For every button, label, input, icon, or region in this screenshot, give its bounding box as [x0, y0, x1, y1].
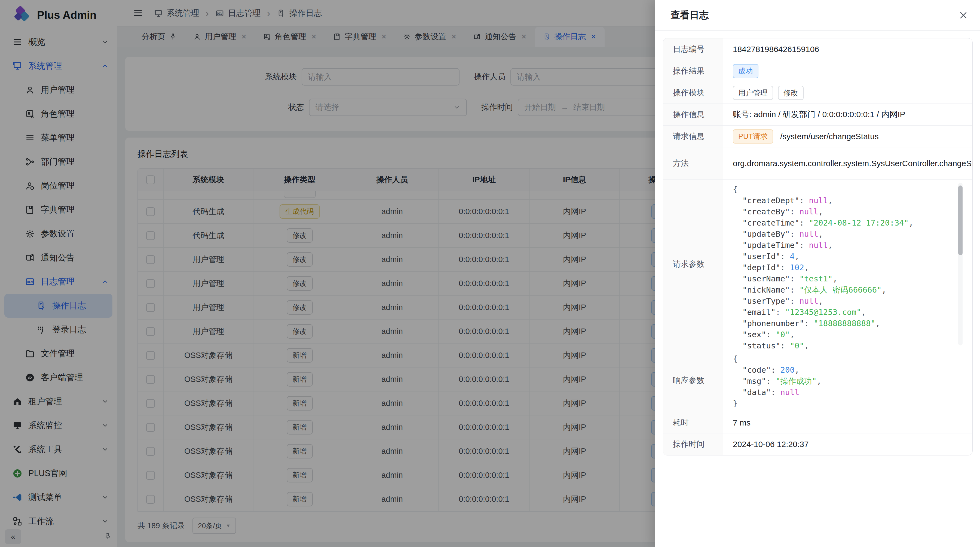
detail-row-module: 操作模块 用户管理修改 [663, 82, 972, 104]
log-detail-drawer: 查看日志 日志编号 1842781986426159106 操作结果 成功 操作… [655, 0, 980, 547]
detail-label: 操作时间 [663, 434, 723, 455]
log-detail-table: 日志编号 1842781986426159106 操作结果 成功 操作模块 用户… [663, 38, 973, 456]
detail-label: 请求信息 [663, 126, 723, 147]
detail-row-response-params: 响应参数 { "code": 200, "msg": "操作成功", "data… [663, 349, 972, 412]
detail-label: 操作模块 [663, 82, 723, 104]
detail-row-info: 操作信息 账号: admin / 研发部门 / 0:0:0:0:0:0:0:1 … [663, 104, 972, 126]
detail-row-cost: 耗时 7 ms [663, 412, 972, 434]
log-id-value: 1842781986426159106 [723, 38, 972, 60]
detail-row-request-params: 请求参数 { "createDept": null, "createBy": n… [663, 180, 972, 349]
indent-guide [736, 365, 737, 396]
modal-overlay[interactable] [0, 0, 655, 547]
drawer-header: 查看日志 [655, 0, 980, 30]
request-url: /system/user/changeStatus [780, 132, 879, 141]
request-params-json: { "createDept": null, "createBy": null, … [733, 180, 972, 349]
detail-row-request: 请求信息 PUT请求 /system/user/changeStatus [663, 126, 972, 147]
operation-time-value: 2024-10-06 12:20:37 [723, 434, 972, 455]
detail-label: 操作信息 [663, 104, 723, 125]
module-badge: 用户管理 [733, 86, 773, 100]
detail-label: 方法 [663, 147, 723, 179]
indent-guide [736, 195, 737, 349]
detail-label: 响应参数 [663, 349, 723, 412]
detail-row-op-time: 操作时间 2024-10-06 12:20:37 [663, 434, 972, 455]
detail-row-result: 操作结果 成功 [663, 60, 972, 82]
detail-row-method: 方法 org.dromara.system.controller.system.… [663, 147, 972, 180]
cost-value: 7 ms [723, 412, 972, 433]
operation-info-value: 账号: admin / 研发部门 / 0:0:0:0:0:0:0:1 / 内网I… [723, 104, 972, 125]
response-params-json: { "code": 200, "msg": "操作成功", "data": nu… [733, 349, 972, 409]
detail-label: 请求参数 [663, 180, 723, 349]
drawer-title: 查看日志 [670, 9, 709, 22]
detail-label: 耗时 [663, 412, 723, 433]
close-icon[interactable] [959, 11, 968, 20]
detail-label: 日志编号 [663, 38, 723, 60]
app-root: Plus Admin 概览系统管理用户管理角色管理菜单管理部门管理岗位管理字典管… [0, 0, 980, 547]
result-badge: 成功 [733, 64, 759, 78]
detail-label: 操作结果 [663, 60, 723, 82]
module-badge: 修改 [778, 86, 803, 100]
method-value: org.dromara.system.controller.system.Sys… [733, 157, 973, 170]
json-scrollbar-thumb[interactable] [958, 185, 963, 255]
detail-row-log-id: 日志编号 1842781986426159106 [663, 38, 972, 60]
request-method-badge: PUT请求 [733, 129, 773, 144]
